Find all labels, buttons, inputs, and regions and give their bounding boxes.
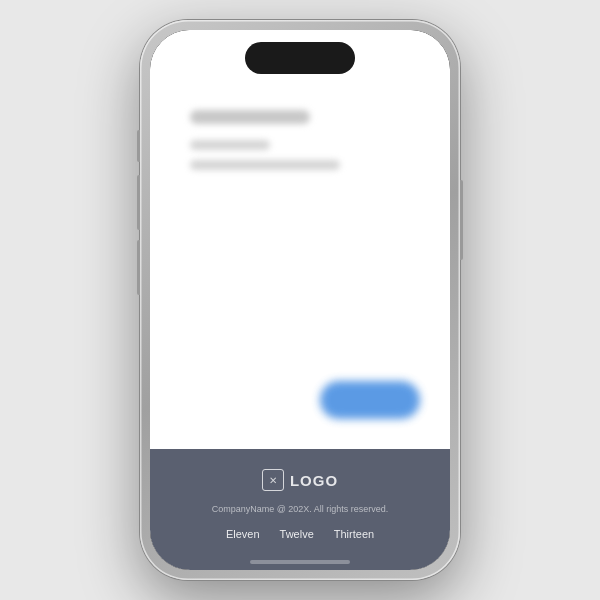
power-button <box>460 180 463 260</box>
volume-down-button <box>137 240 140 295</box>
footer-nav: Eleven Twelve Thirteen <box>226 528 374 540</box>
blurred-content-line-3 <box>190 160 340 170</box>
phone-screen: LOGO CompanyName @ 202X. All rights rese… <box>150 30 450 570</box>
home-indicator <box>250 560 350 564</box>
footer-nav-item-thirteen[interactable]: Thirteen <box>334 528 374 540</box>
dynamic-island <box>245 42 355 74</box>
logo-text: LOGO <box>290 472 338 489</box>
footer-nav-item-eleven[interactable]: Eleven <box>226 528 260 540</box>
footer-nav-item-twelve[interactable]: Twelve <box>280 528 314 540</box>
footer-section: LOGO CompanyName @ 202X. All rights rese… <box>150 449 450 570</box>
blurred-chat-bubble <box>320 381 420 419</box>
blurred-content-line-2 <box>190 140 270 150</box>
logo-icon <box>262 469 284 491</box>
phone-screen-bezel: LOGO CompanyName @ 202X. All rights rese… <box>150 30 450 570</box>
phone-device: LOGO CompanyName @ 202X. All rights rese… <box>140 20 460 580</box>
copyright-text: CompanyName @ 202X. All rights reserved. <box>212 503 389 516</box>
mute-button <box>137 130 140 162</box>
volume-up-button <box>137 175 140 230</box>
screen-upper-content <box>150 30 450 449</box>
logo-area: LOGO <box>262 469 338 491</box>
blurred-content-line-1 <box>190 110 310 124</box>
